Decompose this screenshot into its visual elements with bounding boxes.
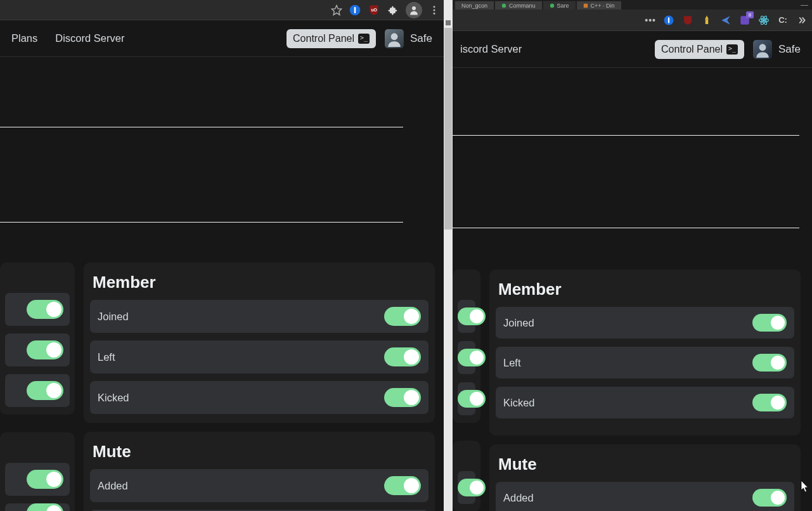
- partial-row: [5, 503, 70, 511]
- toolbar-chevrons-icon[interactable]: [796, 14, 808, 27]
- member-card: Member Joined Left Kicked: [489, 269, 801, 436]
- ext-icon-yellow[interactable]: [700, 14, 713, 27]
- svg-rect-13: [668, 17, 669, 23]
- toggle-switch[interactable]: [27, 300, 63, 319]
- ublock-ext-icon[interactable]: [681, 14, 694, 27]
- svg-text:uO: uO: [371, 7, 377, 11]
- ext-icon-send[interactable]: [719, 14, 732, 27]
- row-added: Added: [90, 469, 429, 502]
- username-label: Safe: [410, 32, 432, 45]
- toggle-joined[interactable]: [752, 314, 787, 332]
- svg-rect-14: [706, 19, 709, 24]
- app-header-left: Plans Discord Server Control Panel Safe: [0, 20, 444, 57]
- row-left: Left: [496, 347, 794, 378]
- divider: [453, 135, 799, 136]
- partial-row: [458, 341, 475, 374]
- left-browser-window: uO Plans Discord Server Control Panel Sa…: [0, 0, 444, 511]
- partial-card-left: [0, 262, 75, 511]
- browser-menu-icon[interactable]: [429, 4, 440, 16]
- row-joined: Joined: [496, 307, 794, 339]
- ext-badge: 8: [746, 11, 754, 18]
- control-panel-button[interactable]: Control Panel: [287, 29, 376, 48]
- ublock-ext-icon[interactable]: uO: [368, 4, 380, 16]
- partial-row: [5, 374, 70, 407]
- window-split-gutter[interactable]: [444, 0, 453, 511]
- toggle-left[interactable]: [384, 347, 421, 366]
- svg-point-4: [412, 6, 416, 10]
- terminal-icon: [358, 34, 370, 44]
- svg-point-10: [550, 3, 553, 7]
- browser-tab[interactable]: Commanu: [495, 1, 542, 10]
- window-controls[interactable]: [801, 1, 812, 10]
- row-label: Kicked: [98, 392, 129, 404]
- mute-card: Mute Added: [489, 444, 801, 511]
- tab-strip-right: Non_gcon Commanu Sare C++ · Din: [453, 0, 812, 10]
- svg-point-16: [763, 19, 765, 21]
- svg-point-5: [434, 6, 435, 8]
- row-label: Left: [98, 351, 115, 363]
- user-avatar[interactable]: [753, 40, 772, 59]
- react-devtools-ext-icon[interactable]: [757, 14, 770, 27]
- row-left: Left: [90, 340, 429, 373]
- control-panel-label: Control Panel: [293, 33, 354, 44]
- toggle-left[interactable]: [752, 354, 787, 372]
- toggle-joined[interactable]: [384, 307, 421, 326]
- toggle-switch[interactable]: [458, 479, 486, 496]
- settings-content-left: Member Joined Left Kicked Mute Added: [0, 262, 444, 511]
- divider: [0, 127, 403, 127]
- svg-rect-11: [583, 3, 587, 7]
- control-panel-label: Control Panel: [661, 44, 723, 55]
- toolbar-overflow-icon[interactable]: •••: [645, 15, 656, 25]
- row-label: Kicked: [503, 397, 535, 409]
- username-label: Safe: [778, 43, 801, 56]
- row-label: Added: [98, 480, 128, 492]
- browser-tab[interactable]: C++ · Din: [577, 1, 621, 10]
- nav-discord-server[interactable]: iscord Server: [460, 43, 522, 55]
- browser-tab[interactable]: Non_gcon: [455, 1, 494, 10]
- settings-content-right: Member Joined Left Kicked Mute Added: [453, 269, 812, 511]
- nav-plans[interactable]: Plans: [11, 32, 37, 44]
- nav-discord-server[interactable]: Discord Server: [55, 32, 124, 44]
- toggle-switch[interactable]: [27, 381, 63, 400]
- svg-point-8: [391, 33, 398, 40]
- terminal-icon: [726, 44, 738, 55]
- toggle-switch[interactable]: [458, 307, 486, 325]
- bookmark-star-icon[interactable]: [331, 4, 342, 16]
- partial-row: [458, 300, 475, 333]
- ext-icon-c[interactable]: C:: [777, 14, 789, 27]
- right-browser-window: Non_gcon Commanu Sare C++ · Din ••• 8 C:…: [453, 0, 812, 511]
- ext-icon-purple[interactable]: 8: [738, 14, 751, 27]
- svg-point-9: [502, 3, 506, 7]
- extensions-puzzle-icon[interactable]: [387, 4, 399, 16]
- toggle-added[interactable]: [384, 476, 421, 495]
- toggle-switch[interactable]: [458, 390, 486, 408]
- profile-avatar-icon[interactable]: [406, 2, 422, 18]
- row-joined: Joined: [90, 300, 429, 333]
- toggle-switch[interactable]: [458, 349, 486, 366]
- svg-point-6: [434, 9, 435, 11]
- partial-card-right: [453, 269, 480, 511]
- mute-card-title: Mute: [90, 438, 429, 469]
- row-kicked: Kicked: [90, 381, 429, 414]
- member-card-title: Member: [90, 269, 429, 300]
- user-avatar[interactable]: [385, 29, 404, 48]
- svg-point-20: [759, 44, 766, 51]
- onepassword-ext-icon[interactable]: [662, 14, 675, 27]
- row-label: Joined: [98, 311, 129, 323]
- browser-tab[interactable]: Sare: [543, 1, 576, 10]
- member-card: Member Joined Left Kicked: [84, 262, 435, 423]
- divider: [453, 228, 799, 228]
- toggle-kicked[interactable]: [752, 394, 787, 411]
- toggle-switch[interactable]: [27, 470, 63, 489]
- partial-row: [5, 333, 70, 366]
- scrollbar-thumb[interactable]: [444, 28, 452, 230]
- app-header-right: iscord Server Control Panel Safe: [453, 31, 812, 68]
- partial-row: [5, 463, 70, 496]
- toggle-kicked[interactable]: [384, 388, 421, 407]
- toggle-added[interactable]: [752, 489, 787, 507]
- toggle-switch[interactable]: [27, 340, 63, 359]
- onepassword-ext-icon[interactable]: [349, 4, 361, 16]
- toggle-switch[interactable]: [27, 503, 63, 511]
- mouse-cursor-icon: [801, 481, 809, 493]
- control-panel-button[interactable]: Control Panel: [655, 40, 744, 59]
